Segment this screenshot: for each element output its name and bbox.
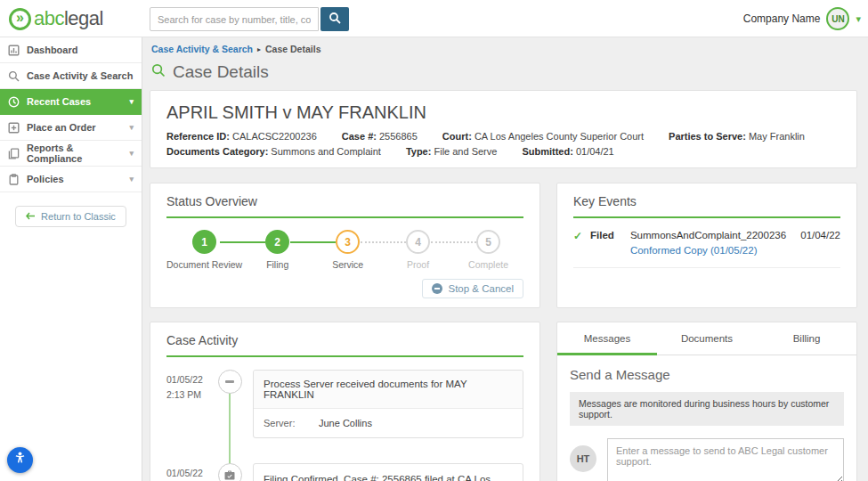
- reports-icon: [8, 148, 27, 159]
- accessibility-person-icon: [12, 450, 28, 470]
- chevron-down-icon[interactable]: ▾: [856, 13, 861, 25]
- meta-reference-id: Reference ID: CALACSC2200236: [166, 131, 317, 142]
- sidebar-item-place-an-order[interactable]: Place an Order ▾: [0, 115, 142, 141]
- history-icon: [8, 96, 27, 108]
- arrow-left-icon: [26, 211, 36, 222]
- sidebar: Dashboard Case Activity & Search Recent …: [0, 37, 142, 481]
- sidebar-item-recent-cases[interactable]: Recent Cases ▾: [0, 89, 142, 115]
- dashboard-icon: [8, 45, 27, 56]
- entry-text: Process Server received documents for MA…: [254, 371, 523, 409]
- case-meta-row-1: Reference ID: CALACSC2200236 Case #: 255…: [166, 131, 840, 142]
- search-icon: [329, 12, 341, 27]
- server-name: June Collins: [319, 418, 372, 428]
- stop-icon: [432, 283, 442, 294]
- key-events-card: Key Events ✓ Filed SummonsAndComplaint_2…: [556, 183, 857, 308]
- step-document-review: 1 Document Review: [166, 230, 242, 270]
- messages-panel-card: Messages Documents Billing Send a Messag…: [556, 322, 857, 481]
- account-menu[interactable]: Company Name UN ▾: [743, 0, 861, 37]
- status-overview-title: Status Overview: [166, 194, 523, 218]
- panel-tabs: Messages Documents Billing: [557, 322, 856, 355]
- timeline-entry: 01/05/22 2:13 PM Process Server received…: [166, 370, 523, 438]
- timeline-entry: 01/05/22 10:00 AM Filing Confirmed. Case…: [166, 463, 523, 481]
- tab-documents[interactable]: Documents: [657, 322, 757, 355]
- dash-icon: [225, 380, 234, 383]
- step-service: 3 Service: [312, 230, 383, 270]
- tab-messages[interactable]: Messages: [557, 322, 657, 355]
- meta-case-number: Case #: 2556865: [342, 131, 418, 142]
- tab-billing[interactable]: Billing: [757, 322, 856, 355]
- breadcrumb-separator-icon: ▸: [257, 45, 261, 53]
- return-to-classic-button[interactable]: Return to Classic: [15, 206, 126, 227]
- sidebar-item-dashboard[interactable]: Dashboard: [0, 37, 142, 63]
- meta-court: Court: CA Los Angeles County Superior Co…: [442, 131, 644, 142]
- breadcrumb: Case Activity & Search ▸ Case Details: [150, 44, 857, 54]
- filing-icon: [218, 463, 242, 481]
- plus-square-icon: [8, 122, 27, 134]
- meta-submitted: Submitted: 01/04/21: [522, 146, 613, 157]
- sender-avatar: HT: [570, 445, 596, 472]
- sidebar-item-case-activity-search[interactable]: Case Activity & Search: [0, 63, 142, 89]
- search-icon: [151, 62, 166, 82]
- search-input[interactable]: [150, 7, 319, 31]
- breadcrumb-link-case-activity[interactable]: Case Activity & Search: [151, 44, 253, 54]
- abclegal-logo[interactable]: » abclegal: [9, 7, 103, 30]
- timeline-entry-box: Filing Confirmed. Case #: 2556865 filed …: [253, 463, 523, 481]
- server-label: Server:: [264, 418, 319, 428]
- sidebar-item-policies[interactable]: Policies ▾: [0, 167, 142, 192]
- key-events-title: Key Events: [573, 194, 840, 218]
- case-title: APRIL SMITH v MAY FRANKLIN: [166, 102, 840, 123]
- sidebar-item-reports-compliance[interactable]: Reports & Compliance ▾: [0, 141, 142, 167]
- case-search: [150, 7, 349, 31]
- accessibility-widget-button[interactable]: [7, 447, 33, 473]
- event-status: Filed: [590, 230, 614, 240]
- entry-text: Filing Confirmed. Case #: 2556865 filed …: [254, 464, 523, 481]
- logo-text-legal: legal: [64, 7, 103, 30]
- case-activity-title: Case Activity: [166, 333, 523, 357]
- status-stepper: 1 Document Review 2 Filing 3 Service 4 P…: [166, 230, 523, 270]
- message-input[interactable]: [607, 438, 844, 481]
- conformed-copy-link[interactable]: Conformed Copy (01/05/22): [630, 245, 791, 256]
- company-name: Company Name: [743, 12, 821, 25]
- page-title: Case Details: [151, 62, 857, 82]
- meta-parties-to-serve: Parties to Serve: May Franklin: [669, 131, 805, 142]
- main-content: Case Activity & Search ▸ Case Details Ca…: [142, 37, 868, 481]
- clipboard-icon: [8, 174, 27, 185]
- breadcrumb-current: Case Details: [265, 44, 320, 54]
- meta-type: Type: File and Serve: [406, 146, 498, 157]
- top-bar: » abclegal Company Name UN ▾: [0, 0, 868, 37]
- search-icon: [8, 70, 27, 82]
- key-event-row: ✓ Filed SummonsAndComplaint_2200236 Conf…: [573, 230, 840, 268]
- logo-text-abc: abc: [34, 7, 64, 30]
- chevron-down-icon: ▾: [129, 123, 134, 132]
- case-activity-timeline: 01/05/22 2:13 PM Process Server received…: [166, 370, 523, 481]
- case-header-card: APRIL SMITH v MAY FRANKLIN Reference ID:…: [150, 90, 857, 168]
- chevron-down-icon: ▾: [129, 175, 134, 183]
- timeline-entry-box: Process Server received documents for MA…: [253, 370, 523, 438]
- search-button[interactable]: [320, 7, 349, 31]
- step-filing: 2 Filing: [242, 230, 312, 270]
- case-meta-row-2: Documents Category: Summons and Complain…: [166, 146, 840, 157]
- entry-date: 01/05/22: [166, 466, 211, 481]
- status-overview-card: Status Overview 1 Document Review 2 Fili…: [150, 183, 540, 308]
- entry-date: 01/05/22: [166, 372, 211, 387]
- message-compose-row: HT Attach a Doc & Rec Document: [570, 438, 844, 481]
- event-document-name: SummonsAndComplaint_2200236: [630, 230, 791, 240]
- entry-time: 2:13 PM: [166, 387, 211, 403]
- chevron-down-icon: ▾: [129, 149, 134, 158]
- check-icon: ✓: [573, 230, 582, 242]
- send-a-message-heading: Send a Message: [570, 367, 844, 382]
- messages-monitored-notice: Messages are monitored during business h…: [570, 392, 844, 426]
- meta-documents-category: Documents Category: Summons and Complain…: [166, 146, 381, 157]
- stop-cancel-button[interactable]: Stop & Cancel: [422, 279, 523, 298]
- step-proof: 4 Proof: [383, 230, 453, 270]
- event-date: 01/04/22: [800, 230, 840, 240]
- step-complete: 5 Complete: [453, 230, 523, 270]
- case-activity-card: Case Activity 01/05/22 2:13 PM Process S…: [150, 322, 540, 481]
- user-avatar[interactable]: UN: [826, 7, 849, 30]
- service-attempt-icon: [218, 370, 242, 394]
- abclegal-logo-icon: »: [9, 8, 31, 30]
- chevron-down-icon: ▾: [129, 97, 134, 106]
